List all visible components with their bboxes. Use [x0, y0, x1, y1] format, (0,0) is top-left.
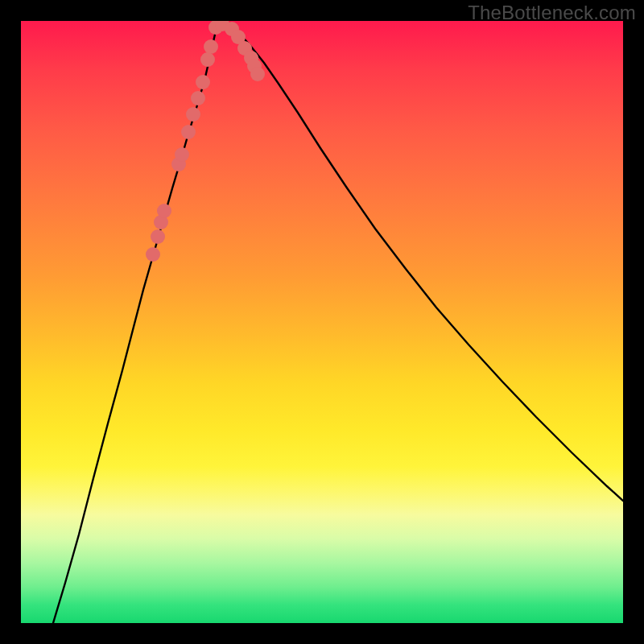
highlight-dot	[250, 67, 265, 81]
highlight-dot	[196, 75, 210, 89]
highlight-dot	[157, 204, 171, 218]
bottleneck-curve	[53, 24, 623, 623]
highlight-dot	[200, 52, 215, 67]
curve-layer	[21, 21, 623, 623]
highlight-dot	[175, 147, 189, 162]
watermark-text: TheBottleneck.com	[468, 2, 636, 24]
chart-frame: TheBottleneck.com	[0, 0, 644, 644]
highlight-dot	[186, 107, 200, 122]
plot-area	[21, 21, 623, 623]
highlight-dot	[191, 91, 205, 105]
highlight-dot	[146, 247, 160, 262]
highlight-dot	[181, 125, 196, 139]
highlight-dots	[146, 21, 265, 262]
highlight-dot	[151, 229, 165, 244]
highlight-dot	[204, 39, 218, 54]
